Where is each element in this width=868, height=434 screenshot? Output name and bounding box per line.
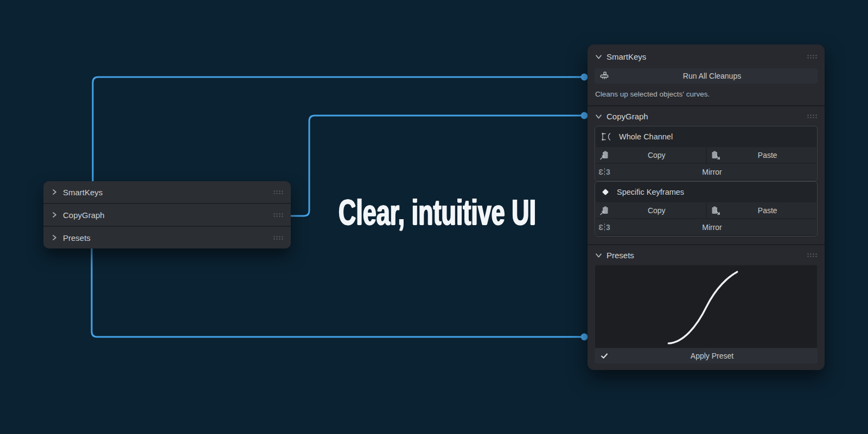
collapsed-panel-copygraph[interactable]: CopyGraph	[43, 204, 291, 226]
run-all-cleanups-label: Run All Cleanups	[614, 72, 818, 80]
chevron-down-icon	[595, 113, 602, 120]
drag-dots-icon[interactable]	[273, 190, 283, 194]
chevron-right-icon	[51, 234, 58, 241]
butterfly-mirror-icon: Ɛ3	[596, 224, 613, 231]
brush-icon	[595, 71, 614, 81]
section-header-smartkeys[interactable]: SmartKeys	[588, 44, 825, 68]
specific-keyframes-header: Specific Keyframes	[595, 182, 817, 202]
drag-dots-icon[interactable]	[807, 54, 817, 59]
mirror-label: Mirror	[613, 223, 816, 232]
connector-dot	[581, 334, 588, 341]
right-panel: SmartKeys Run All Cleanups Cleans up sel…	[588, 44, 825, 370]
apply-preset-button[interactable]: Apply Preset	[595, 348, 818, 363]
paste-label: Paste	[724, 151, 817, 159]
copy-label: Copy	[613, 151, 706, 159]
drag-dots-icon[interactable]	[807, 253, 817, 257]
clipboard-copy-icon	[596, 205, 613, 216]
group-title: Whole Channel	[619, 132, 673, 141]
mirror-label: Mirror	[613, 168, 816, 176]
collapsed-panel-presets[interactable]: Presets	[43, 227, 291, 248]
paste-button[interactable]: Paste	[707, 147, 817, 163]
keyframe-diamond-icon	[601, 187, 610, 197]
mirror-row: Ɛ3 Mirror	[596, 219, 816, 235]
clipboard-paste-icon	[707, 150, 724, 161]
drag-dots-icon[interactable]	[273, 213, 283, 217]
section-title: SmartKeys	[607, 52, 646, 61]
section-header-presets[interactable]: Presets	[588, 245, 825, 265]
chevron-right-icon	[51, 189, 58, 195]
connector-dot	[581, 74, 588, 81]
clipboard-copy-icon	[596, 150, 613, 161]
connector-dot	[581, 112, 588, 119]
run-all-cleanups-button[interactable]: Run All Cleanups	[595, 68, 818, 84]
canvas: SmartKeys CopyGraph Presets Clear, intui…	[0, 0, 868, 434]
paste-button[interactable]: Paste	[707, 202, 817, 218]
butterfly-mirror-icon: Ɛ3	[596, 168, 613, 176]
connector-presets	[92, 244, 581, 337]
chevron-down-icon	[595, 252, 602, 259]
copy-label: Copy	[613, 206, 706, 215]
mirror-row: Ɛ3 Mirror	[596, 164, 816, 180]
mirror-button[interactable]: Ɛ3 Mirror	[596, 164, 816, 180]
whole-channel-header: Whole Channel	[595, 126, 817, 147]
copy-button[interactable]: Copy	[596, 147, 706, 163]
copy-button[interactable]: Copy	[596, 202, 706, 218]
specific-keyframes-group: Specific Keyframes Copy	[595, 181, 818, 237]
section-title: Presets	[607, 251, 634, 260]
drag-dots-icon[interactable]	[273, 235, 283, 240]
left-panel-stack: SmartKeys CopyGraph Presets	[43, 181, 291, 248]
chevron-right-icon	[51, 212, 58, 218]
smartkeys-description: Cleans up selected objects' curves.	[595, 89, 817, 100]
drag-dots-icon[interactable]	[807, 114, 817, 118]
mirror-button[interactable]: Ɛ3 Mirror	[596, 219, 816, 235]
ease-curve	[595, 265, 817, 348]
panel-label: Presets	[63, 233, 91, 242]
apply-preset-label: Apply Preset	[614, 352, 818, 360]
preset-curve-preview	[595, 265, 818, 348]
section-title: CopyGraph	[607, 112, 648, 121]
panel-label: CopyGraph	[63, 210, 105, 220]
panel-label: SmartKeys	[63, 188, 103, 197]
copy-paste-row: Copy Paste	[596, 147, 816, 163]
group-title: Specific Keyframes	[617, 188, 684, 196]
collapsed-panel-smartkeys[interactable]: SmartKeys	[43, 181, 291, 203]
connector-smartkeys	[93, 77, 581, 187]
check-icon	[595, 352, 614, 360]
paste-label: Paste	[724, 206, 817, 215]
chevron-down-icon	[595, 53, 602, 60]
copy-paste-row: Copy Paste	[596, 202, 816, 218]
headline: Clear, intuitive UI	[339, 192, 536, 233]
section-header-copygraph[interactable]: CopyGraph	[588, 106, 825, 126]
clipboard-paste-icon	[707, 205, 724, 216]
whole-channel-group: Whole Channel Copy	[595, 126, 818, 181]
fcurve-channel-icon	[601, 132, 612, 142]
